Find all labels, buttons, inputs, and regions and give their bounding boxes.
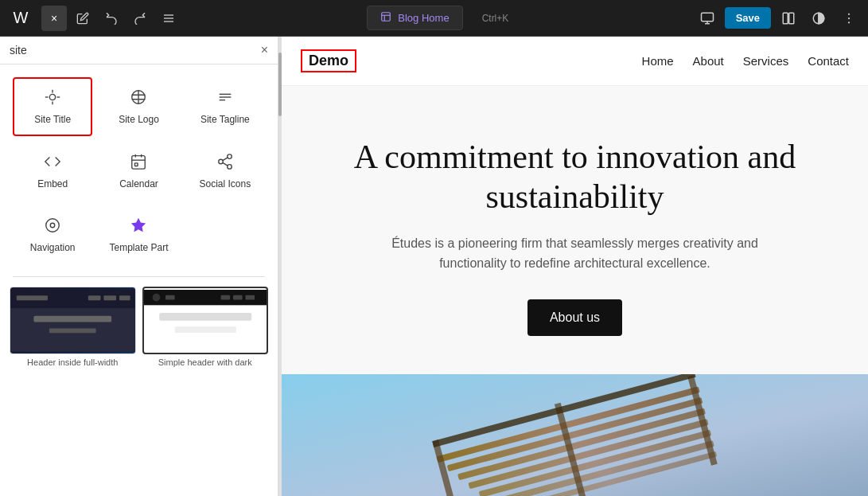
undo-button[interactable] xyxy=(99,6,124,31)
block-label-embed: Embed xyxy=(37,178,68,189)
breadcrumb-button[interactable]: Blog Home xyxy=(367,6,462,30)
svg-point-32 xyxy=(228,165,232,170)
list-view-button[interactable] xyxy=(156,6,181,31)
block-item-site-tagline[interactable]: Site Tagline xyxy=(185,77,265,136)
svg-marker-37 xyxy=(131,218,146,232)
template-thumb-header-full-width[interactable] xyxy=(10,287,136,354)
svg-rect-52 xyxy=(245,295,255,300)
svg-rect-54 xyxy=(174,326,235,333)
social-icons-icon xyxy=(216,153,234,174)
nav-link-services[interactable]: Services xyxy=(743,54,789,68)
view-toggle-button[interactable] xyxy=(776,6,801,31)
navigation-icon xyxy=(44,217,61,237)
template-label-1: Header inside full-width xyxy=(27,357,118,367)
svg-rect-25 xyxy=(132,156,146,170)
block-grid: Site Title Site Logo Site Tagline Embed xyxy=(0,64,278,276)
block-item-social-icons[interactable]: Social Icons xyxy=(185,143,265,200)
svg-rect-45 xyxy=(49,328,96,333)
svg-rect-51 xyxy=(233,295,243,300)
block-item-site-title[interactable]: Site Title xyxy=(13,77,92,136)
nav-link-home[interactable]: Home xyxy=(642,54,674,68)
hero-section: A commitment to innovation and sustainab… xyxy=(282,86,868,374)
left-panel: × Site Title Site Logo Site Tagline xyxy=(0,37,278,496)
search-clear-button[interactable]: × xyxy=(261,43,268,57)
block-label-site-title: Site Title xyxy=(34,114,71,125)
block-item-embed[interactable]: Embed xyxy=(13,143,92,200)
svg-rect-3 xyxy=(382,13,391,21)
block-label-navigation: Navigation xyxy=(30,242,76,253)
svg-rect-39 xyxy=(17,295,48,300)
templates-section: Header inside full-width xyxy=(0,277,278,377)
site-logo-icon xyxy=(130,88,147,109)
svg-rect-49 xyxy=(165,295,175,300)
svg-rect-40 xyxy=(88,295,101,300)
breadcrumb-label: Blog Home xyxy=(398,12,449,24)
block-label-template-part: Template Part xyxy=(109,242,168,253)
shortcut-hint: Ctrl+K xyxy=(482,13,509,24)
svg-rect-50 xyxy=(220,295,230,300)
search-bar: × xyxy=(0,37,278,64)
calendar-icon xyxy=(130,153,147,174)
block-item-navigation[interactable]: Navigation xyxy=(13,206,92,264)
svg-rect-29 xyxy=(135,163,138,166)
nav-link-contact[interactable]: Contact xyxy=(808,54,849,68)
nav-link-about[interactable]: About xyxy=(693,54,724,68)
scroll-thumb xyxy=(278,53,282,116)
site-preview: Demo Home About Services Contact A commi… xyxy=(282,37,868,496)
top-toolbar: W × Blog Home Ctrl+K Save xyxy=(0,0,868,37)
svg-point-48 xyxy=(152,294,160,302)
template-wrapper-2: Simple header with dark xyxy=(142,287,269,367)
block-label-calendar: Calendar xyxy=(119,178,158,189)
svg-point-15 xyxy=(49,94,55,100)
arch-image xyxy=(282,374,868,496)
redo-button[interactable] xyxy=(127,6,153,31)
svg-rect-44 xyxy=(33,316,111,322)
block-label-site-tagline: Site Tagline xyxy=(200,114,250,125)
hero-title: A commitment to innovation and sustainab… xyxy=(321,137,830,217)
hero-subtitle: Études is a pioneering firm that seamles… xyxy=(368,233,782,274)
contrast-button[interactable] xyxy=(806,6,831,31)
block-item-site-logo[interactable]: Site Logo xyxy=(99,77,178,136)
toolbar-right: Save xyxy=(695,6,862,31)
svg-line-33 xyxy=(223,162,228,166)
device-preview-button[interactable] xyxy=(695,6,720,31)
svg-rect-41 xyxy=(103,295,116,300)
svg-point-14 xyxy=(848,21,850,23)
search-input[interactable] xyxy=(10,44,255,57)
wordpress-logo[interactable]: W xyxy=(6,4,35,33)
svg-point-36 xyxy=(50,223,55,228)
svg-point-30 xyxy=(228,154,232,159)
block-item-calendar[interactable]: Calendar xyxy=(99,143,178,200)
site-tagline-icon xyxy=(216,88,234,109)
breadcrumb-icon xyxy=(380,11,391,25)
main-area: × Site Title Site Logo Site Tagline xyxy=(0,37,868,496)
svg-line-34 xyxy=(223,158,228,161)
site-title-icon xyxy=(44,88,61,109)
close-button[interactable]: × xyxy=(41,6,67,31)
site-nav: Home About Services Contact xyxy=(642,54,849,68)
svg-rect-9 xyxy=(783,13,788,24)
svg-point-31 xyxy=(219,159,224,164)
block-item-template-part[interactable]: Template Part xyxy=(99,206,178,264)
canvas-area: Demo Home About Services Contact A commi… xyxy=(282,37,868,496)
more-options-button[interactable] xyxy=(836,6,862,31)
svg-rect-10 xyxy=(789,13,794,24)
block-label-site-logo: Site Logo xyxy=(119,114,159,125)
template-thumb-header-dark[interactable] xyxy=(142,287,269,354)
template-wrapper-1: Header inside full-width xyxy=(10,287,136,367)
save-button[interactable]: Save xyxy=(725,7,771,29)
site-header: Demo Home About Services Contact xyxy=(282,37,868,86)
template-part-icon xyxy=(130,217,147,237)
svg-rect-6 xyxy=(701,13,713,21)
svg-point-35 xyxy=(46,219,60,232)
toolbar-center: Blog Home Ctrl+K xyxy=(185,6,691,30)
embed-icon xyxy=(44,153,61,174)
svg-point-12 xyxy=(848,13,850,14)
about-us-button[interactable]: About us xyxy=(527,299,622,336)
template-label-2: Simple header with dark xyxy=(158,357,252,367)
edit-button[interactable] xyxy=(70,6,95,31)
site-logo-demo[interactable]: Demo xyxy=(301,49,356,72)
block-label-social-icons: Social Icons xyxy=(199,178,251,189)
svg-point-13 xyxy=(848,17,850,18)
image-section xyxy=(282,374,868,496)
